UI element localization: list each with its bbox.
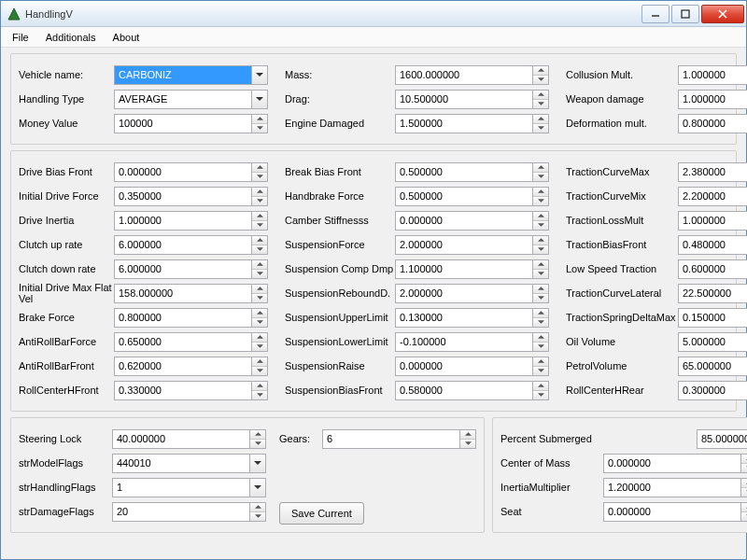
str-damage-flags-spin[interactable] [112,502,266,522]
spin-down-icon[interactable] [252,367,267,375]
suspension-rebound-d-spin[interactable] [395,284,549,303]
spin-down-icon[interactable] [252,270,267,278]
spin-up-icon[interactable] [533,357,548,367]
spin-down-icon[interactable] [252,294,267,302]
im-0-spin[interactable] [603,478,747,497]
spin-up-icon[interactable] [741,479,747,488]
initial-drive-force-spin[interactable] [114,187,268,206]
clutch-down-spin[interactable] [114,259,268,279]
spin-up-icon[interactable] [533,285,548,294]
com-0-spin[interactable] [603,454,747,473]
deformation-mult-spin[interactable] [678,114,747,133]
close-button[interactable] [701,5,744,23]
traction-curve-mix-spin[interactable] [678,187,747,206]
traction-curve-lateral-spin[interactable] [678,284,747,303]
spin-up-icon[interactable] [533,188,548,197]
spin-down-icon[interactable] [533,173,548,181]
roll-center-h-front-spin[interactable] [114,381,268,400]
suspension-bias-front-spin[interactable] [395,381,549,400]
spin-up-icon[interactable] [252,188,267,197]
str-model-flags-combo[interactable] [112,454,266,473]
vehicle-name-combo[interactable] [114,65,268,85]
money-value-spin[interactable] [114,114,268,133]
minimize-button[interactable] [641,5,669,23]
spin-up-icon[interactable] [533,163,548,173]
oil-volume-spin[interactable] [678,332,747,352]
spin-up-icon[interactable] [252,115,267,124]
suspension-force-spin[interactable] [395,235,549,255]
suspension-upper-limit-spin[interactable] [395,308,549,328]
spin-down-icon[interactable] [533,318,548,327]
spin-up-icon[interactable] [533,382,548,391]
spin-up-icon[interactable] [741,503,747,512]
traction-loss-mult-spin[interactable] [678,211,747,231]
drive-inertia-spin[interactable] [114,211,268,231]
traction-bias-front-spin[interactable] [678,235,747,255]
spin-up-icon[interactable] [533,236,548,245]
spin-down-icon[interactable] [533,245,548,254]
spin-down-icon[interactable] [252,391,267,399]
suspension-lower-limit-spin[interactable] [395,332,549,352]
spin-up-icon[interactable] [252,357,267,367]
spin-up-icon[interactable] [533,260,548,270]
chevron-down-icon[interactable] [251,66,267,84]
brake-force-spin[interactable] [114,308,268,328]
spin-up-icon[interactable] [252,260,267,270]
initial-drive-max-flat-vel-spin[interactable] [114,284,268,303]
save-current-button[interactable]: Save Current [279,502,364,525]
spin-up-icon[interactable] [252,212,267,221]
str-handling-flags-combo[interactable] [112,478,266,497]
handling-type-input[interactable] [115,91,251,108]
mass-spin[interactable] [395,65,549,85]
spin-up-icon[interactable] [252,382,267,391]
spin-down-icon[interactable] [533,367,548,375]
spin-down-icon[interactable] [533,391,548,399]
spin-down-icon[interactable] [533,270,548,278]
traction-curve-max-spin[interactable] [678,162,747,182]
spin-up-icon[interactable] [252,163,267,173]
spin-down-icon[interactable] [741,464,747,472]
spin-up-icon[interactable] [252,236,267,245]
camber-stiffness-spin[interactable] [395,211,549,231]
spin-down-icon[interactable] [533,197,548,205]
maximize-button[interactable] [671,5,699,23]
steering-lock-spin[interactable] [112,429,266,449]
low-speed-traction-spin[interactable] [678,259,747,279]
break-bias-front-spin[interactable] [395,162,549,182]
spin-up-icon[interactable] [533,333,548,343]
spin-up-icon[interactable] [533,309,548,318]
drag-spin[interactable] [395,90,549,109]
anti-roll-bar-front-spin[interactable] [114,357,268,376]
spin-down-icon[interactable] [252,197,267,205]
spin-down-icon[interactable] [741,488,747,497]
petrol-volume-spin[interactable] [678,357,747,376]
spin-up-icon[interactable] [252,309,267,318]
seat-0-spin[interactable] [603,502,747,522]
spin-down-icon[interactable] [741,512,747,521]
money-value-input[interactable] [115,115,251,133]
collusion-mult-spin[interactable] [678,65,747,85]
traction-spring-delta-max-spin[interactable] [678,308,747,328]
spin-down-icon[interactable] [252,173,267,181]
suspension-comp-dmp-spin[interactable] [395,259,549,279]
spin-down-icon[interactable] [252,124,267,133]
spin-up-icon[interactable] [252,333,267,343]
spin-down-icon[interactable] [252,343,267,351]
roll-center-h-rear-spin[interactable] [678,381,747,400]
spin-down-icon[interactable] [533,343,548,351]
drive-bias-front-spin[interactable] [114,162,268,182]
handbrake-force-spin[interactable] [395,187,549,206]
spin-down-icon[interactable] [252,245,267,254]
spin-up-icon[interactable] [741,455,747,464]
spin-up-icon[interactable] [252,285,267,294]
weapon-damage-spin[interactable] [678,90,747,109]
menu-file[interactable]: File [12,32,29,43]
spin-up-icon[interactable] [533,212,548,221]
menu-about[interactable]: About [113,32,140,43]
spin-down-icon[interactable] [533,294,548,302]
anti-roll-bar-force-spin[interactable] [114,332,268,352]
percent-submerged-spin[interactable] [697,429,747,449]
spin-down-icon[interactable] [533,221,548,230]
engine-damaged-spin[interactable] [395,114,549,133]
suspension-raise-spin[interactable] [395,357,549,376]
